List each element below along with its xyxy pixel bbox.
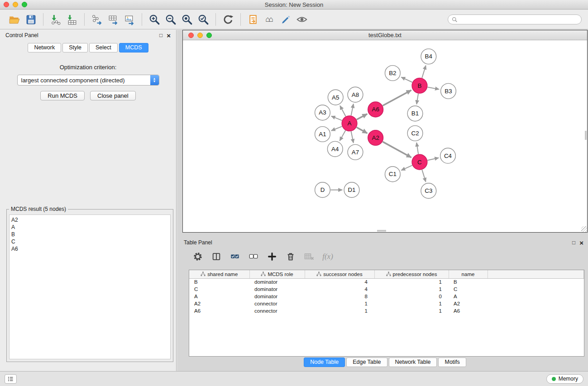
- graph-node-C2[interactable]: C2: [407, 126, 423, 141]
- network-graph[interactable]: AA1A2A3A4A5A6A7A8BB1B2B3B4CC1C2C3C4DD1: [183, 41, 587, 232]
- graph-edge[interactable]: [422, 170, 425, 182]
- deselect-all-icon[interactable]: [248, 251, 259, 262]
- float-table-panel-icon[interactable]: □: [572, 239, 575, 246]
- zoom-network-button[interactable]: [206, 33, 212, 38]
- close-window-button[interactable]: [4, 2, 9, 7]
- column-successor-nodes[interactable]: successor nodes: [305, 270, 374, 278]
- graph-node-A3[interactable]: A3: [315, 105, 330, 120]
- result-item[interactable]: C: [11, 238, 168, 245]
- table-row[interactable]: A6connector11A6: [189, 307, 584, 315]
- graph-edge[interactable]: [422, 66, 425, 78]
- zoom-out-icon[interactable]: [163, 11, 179, 28]
- graph-node-C[interactable]: C: [412, 154, 427, 170]
- table-row[interactable]: A2connector11A2: [189, 300, 584, 307]
- column-predecessor-nodes[interactable]: predecessor nodes: [374, 270, 449, 278]
- close-network-button[interactable]: [188, 33, 194, 38]
- result-item[interactable]: A6: [11, 245, 168, 253]
- graph-node-A5[interactable]: A5: [328, 90, 343, 105]
- column-name[interactable]: name: [449, 270, 488, 278]
- minimize-network-button[interactable]: [197, 33, 203, 38]
- graph-edge[interactable]: [401, 165, 412, 170]
- columns-icon[interactable]: [211, 251, 222, 262]
- graph-edge[interactable]: [339, 130, 345, 141]
- function-builder-icon[interactable]: f(x): [322, 251, 333, 262]
- graph-node-B3[interactable]: B3: [441, 83, 456, 99]
- style-brush-icon[interactable]: [277, 11, 294, 28]
- graph-edge[interactable]: [382, 142, 411, 157]
- close-panel-icon[interactable]: ×: [167, 32, 171, 39]
- vertical-scrollbar[interactable]: [585, 131, 587, 140]
- select-all-icon[interactable]: [229, 251, 240, 262]
- result-item[interactable]: A: [11, 224, 168, 231]
- graph-node-B[interactable]: B: [412, 78, 427, 93]
- tab-style[interactable]: Style: [62, 43, 88, 52]
- graph-node-A1[interactable]: A1: [315, 127, 330, 142]
- mcds-result-list[interactable]: A2ABCA6: [9, 214, 171, 359]
- export-table-icon[interactable]: [105, 11, 121, 28]
- graph-edge[interactable]: [416, 94, 418, 104]
- table-row[interactable]: Bdominator41B: [189, 278, 584, 286]
- tab-node-table[interactable]: Node Table: [304, 357, 345, 367]
- horizontal-scrollbar[interactable]: [377, 230, 386, 232]
- export-image-icon[interactable]: [121, 11, 138, 28]
- graph-edge[interactable]: [416, 143, 418, 154]
- graph-edge[interactable]: [428, 87, 439, 90]
- import-table-icon[interactable]: [64, 11, 80, 28]
- refresh-layout-icon[interactable]: [220, 11, 236, 28]
- run-mcds-button[interactable]: Run MCDS: [40, 91, 85, 100]
- graph-edge[interactable]: [331, 116, 342, 120]
- graph-node-A8[interactable]: A8: [348, 87, 363, 102]
- graph-node-A[interactable]: A: [342, 116, 357, 131]
- tab-edge-table[interactable]: Edge Table: [346, 357, 387, 367]
- import-network-icon[interactable]: [48, 11, 64, 28]
- graph-node-D1[interactable]: D1: [344, 182, 359, 198]
- search-box[interactable]: [448, 14, 582, 24]
- delete-table-icon[interactable]: [304, 251, 315, 262]
- tab-network-table[interactable]: Network Table: [389, 357, 437, 367]
- close-table-panel-icon[interactable]: ×: [579, 239, 583, 246]
- add-row-icon[interactable]: [267, 251, 277, 262]
- result-item[interactable]: B: [11, 231, 168, 238]
- memory-button[interactable]: Memory: [546, 374, 583, 384]
- graph-node-C3[interactable]: C3: [421, 183, 436, 199]
- graph-edge[interactable]: [382, 90, 411, 105]
- result-item[interactable]: A2: [11, 216, 168, 224]
- graph-node-C4[interactable]: C4: [440, 148, 456, 163]
- tab-network[interactable]: Network: [28, 43, 61, 52]
- graph-node-B4[interactable]: B4: [421, 49, 436, 64]
- network-canvas[interactable]: AA1A2A3A4A5A6A7A8BB1B2B3B4CC1C2C3C4DD1: [183, 41, 587, 232]
- graph-edge[interactable]: [427, 158, 439, 161]
- open-session-icon[interactable]: [6, 11, 23, 28]
- graph-node-B2[interactable]: B2: [385, 66, 401, 81]
- graph-edge[interactable]: [351, 104, 354, 116]
- task-history-button[interactable]: [5, 374, 17, 384]
- graph-edge[interactable]: [331, 126, 342, 130]
- column-shared-name[interactable]: shared name: [189, 270, 249, 278]
- resize-grip[interactable]: [581, 226, 587, 232]
- minimize-window-button[interactable]: [13, 2, 18, 7]
- graph-edge[interactable]: [357, 114, 367, 120]
- save-session-icon[interactable]: [23, 11, 39, 28]
- tab-select[interactable]: Select: [89, 43, 118, 52]
- graph-node-C1[interactable]: C1: [385, 167, 401, 182]
- graph-node-A4[interactable]: A4: [327, 141, 343, 157]
- graph-node-A7[interactable]: A7: [348, 144, 363, 160]
- criterion-select[interactable]: largest connected component (directed) ▲…: [17, 75, 159, 86]
- zoom-window-button[interactable]: [22, 2, 27, 7]
- column-mcds-role[interactable]: MCDS role: [249, 270, 305, 278]
- gear-icon[interactable]: [192, 251, 203, 262]
- graph-edge[interactable]: [401, 77, 412, 82]
- export-network-icon[interactable]: [89, 11, 105, 28]
- table-row[interactable]: Cdominator41C: [189, 286, 584, 293]
- tab-mcds[interactable]: MCDS: [119, 43, 148, 52]
- show-graphics-eye-icon[interactable]: [294, 11, 310, 28]
- close-panel-button[interactable]: Close panel: [90, 91, 136, 100]
- float-panel-icon[interactable]: □: [159, 32, 163, 38]
- delete-row-icon[interactable]: [285, 251, 296, 262]
- graph-edge[interactable]: [357, 127, 368, 133]
- hide-panels-icon[interactable]: ⌂⌂: [261, 11, 277, 28]
- first-neighbors-icon[interactable]: [245, 11, 261, 28]
- table-row[interactable]: Adominator80A: [189, 293, 584, 300]
- search-input[interactable]: [460, 16, 578, 23]
- graph-edge[interactable]: [351, 131, 354, 143]
